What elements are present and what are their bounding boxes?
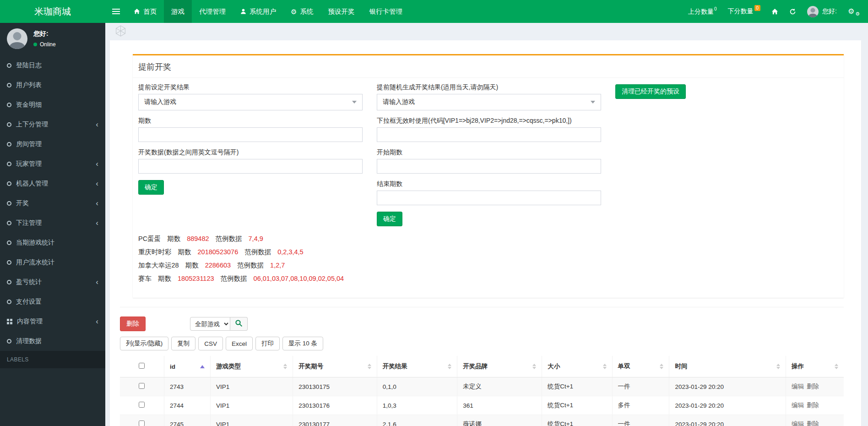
sidebar-item-current-game-stats[interactable]: 当期游戏统计 <box>0 233 105 252</box>
example-data-list: PC蛋蛋期数889482范例数据7,4,9 重庆时时彩期数20180523076… <box>138 234 838 284</box>
circle-icon <box>7 260 11 265</box>
avatar <box>807 6 819 17</box>
gear-icon: ⚙ <box>291 8 297 15</box>
sidebar-toggle-button[interactable] <box>105 0 126 23</box>
draw-data-input[interactable] <box>138 159 363 174</box>
brand-logo[interactable]: 米珈商城 <box>0 0 105 23</box>
grid-icon <box>7 319 12 324</box>
circle-icon <box>7 181 11 186</box>
sidebar-item-bet-management[interactable]: 下注管理‹ <box>0 213 105 233</box>
delete-link[interactable]: 删除 <box>807 402 819 409</box>
sort-icon <box>603 364 607 369</box>
sidebar-menu: 登陆日志 用户列表 资金明细 上下分管理‹ 房间管理 玩家管理‹ 机器人管理‹ … <box>0 55 105 351</box>
clear-drawn-presets-button[interactable]: 清理已经开奖的预设 <box>615 84 686 99</box>
column-header-result[interactable]: 开奖结果 <box>377 356 457 377</box>
row-checkbox[interactable] <box>139 421 145 426</box>
confirm-button-mid[interactable]: 确定 <box>377 212 402 226</box>
end-period-input[interactable] <box>377 191 601 205</box>
game-filter-select[interactable]: 全部游戏 <box>190 317 230 331</box>
sort-icon <box>776 364 780 369</box>
search-icon <box>235 319 243 329</box>
settings-button[interactable]: ⚙⚙ <box>848 8 859 15</box>
example-line: PC蛋蛋期数889482范例数据7,4,9 <box>138 234 838 244</box>
nav-item-system[interactable]: ⚙ 系统 <box>283 0 320 23</box>
online-status[interactable]: Online <box>33 41 56 48</box>
delete-link[interactable]: 删除 <box>807 421 819 426</box>
user-menu[interactable]: 您好: <box>807 6 837 17</box>
column-header-id[interactable]: id <box>164 356 210 377</box>
column-header-size[interactable]: 大小 <box>542 356 612 377</box>
excel-export-button[interactable]: Excel <box>226 337 253 350</box>
sidebar-item-user-list[interactable]: 用户列表 <box>0 75 105 95</box>
hamburger-icon <box>112 9 120 10</box>
game-select[interactable]: 请输入游戏 <box>138 94 363 110</box>
sidebar-item-clean-data[interactable]: 清理数据 <box>0 331 105 351</box>
sidebar-item-content-management[interactable]: 内容管理‹ <box>0 311 105 331</box>
nav-item-system-users[interactable]: 系统用户 <box>233 0 283 23</box>
chevron-left-icon: ‹ <box>96 122 98 127</box>
print-button[interactable]: 打印 <box>255 337 280 350</box>
sidebar-item-login-logs[interactable]: 登陆日志 <box>0 55 105 75</box>
sidebar-item-score-management[interactable]: 上下分管理‹ <box>0 115 105 134</box>
sidebar-item-funds-detail[interactable]: 资金明细 <box>0 95 105 115</box>
home-shortcut-button[interactable] <box>771 8 778 15</box>
copy-button[interactable]: 复制 <box>171 337 195 350</box>
down-score-counter[interactable]: 下分数量0 <box>728 7 761 16</box>
table-row: 2745 VIP1 230130177 2,1,6 薇诺娜 统货Ct+1 一件 … <box>120 415 844 426</box>
confirm-button-left[interactable]: 确定 <box>138 180 164 195</box>
delete-link[interactable]: 删除 <box>807 383 819 390</box>
column-header-game-type[interactable]: 游戏类型 <box>211 356 293 377</box>
content-area: 提前开奖 提前设定开奖结果 请输入游戏 <box>105 23 868 426</box>
start-period-input[interactable] <box>377 159 601 174</box>
chevron-down-icon <box>352 101 357 104</box>
gears-icon: ⚙ <box>848 7 854 15</box>
select-all-checkbox[interactable] <box>139 363 145 369</box>
nav-item-home[interactable]: 首页 <box>126 0 164 23</box>
column-header-time[interactable]: 时间 <box>669 356 786 377</box>
column-header-parity[interactable]: 单双 <box>612 356 669 377</box>
sidebar-item-draw[interactable]: 开奖‹ <box>0 193 105 213</box>
preset-draw-form: 提前设定开奖结果 请输入游戏 期数 <box>133 78 844 298</box>
circle-icon <box>7 221 11 225</box>
edit-link[interactable]: 编辑 <box>792 383 804 390</box>
game-code-input[interactable] <box>377 127 601 142</box>
random-game-select[interactable]: 请输入游戏 <box>377 94 601 110</box>
sidebar-item-robot-management[interactable]: 机器人管理‹ <box>0 174 105 193</box>
edit-link[interactable]: 编辑 <box>792 421 804 426</box>
table-row: 2744 VIP1 230130176 1,0,3 361 统货Ct+1 多件 … <box>120 396 844 415</box>
refresh-button[interactable] <box>789 8 796 15</box>
toggle-columns-button[interactable]: 列(显示/隐藏) <box>120 337 168 350</box>
example-line: 赛车期数1805231123范例数据06,01,03,07,08,10,09,0… <box>138 273 838 284</box>
sidebar-item-player-management[interactable]: 玩家管理‹ <box>0 154 105 174</box>
up-score-counter[interactable]: 上分数量0 <box>688 7 717 16</box>
sidebar-item-payment-settings[interactable]: 支付设置 <box>0 292 105 311</box>
nav-item-agent-management[interactable]: 代理管理 <box>192 0 233 23</box>
column-header-period[interactable]: 开奖期号 <box>293 356 377 377</box>
edit-link[interactable]: 编辑 <box>792 402 804 409</box>
sidebar-item-profit-loss-stats[interactable]: 盈亏统计‹ <box>0 272 105 292</box>
sidebar-user-panel: 您好: Online <box>0 23 105 55</box>
table-actions-toolbar: 列(显示/隐藏) 复制 CSV Excel 打印 显示 10 条 <box>120 337 844 350</box>
column-header-brand[interactable]: 开奖品牌 <box>457 356 542 377</box>
column-header-actions[interactable]: 操作 <box>786 356 844 377</box>
circle-icon <box>7 103 11 107</box>
preset-draw-box: 提前开奖 提前设定开奖结果 请输入游戏 <box>133 54 844 298</box>
sort-icon <box>283 364 287 369</box>
circle-icon <box>7 280 11 284</box>
nav-item-preset-draw[interactable]: 预设开奖 <box>320 0 362 23</box>
table-toolbar: 删除 全部游戏 <box>120 317 844 331</box>
row-checkbox[interactable] <box>139 402 145 408</box>
sidebar-item-user-flow-stats[interactable]: 用户流水统计 <box>0 252 105 272</box>
random-result-label: 提前随机生成开奖结果(适用当天,请勿隔天) <box>377 83 601 92</box>
nav-item-bankcard-management[interactable]: 银行卡管理 <box>362 0 410 23</box>
period-input[interactable] <box>138 127 363 142</box>
delete-selected-button[interactable]: 删除 <box>120 317 146 331</box>
nav-item-games[interactable]: 游戏 <box>164 0 192 23</box>
row-checkbox[interactable] <box>139 383 145 389</box>
search-button[interactable] <box>230 317 248 331</box>
sidebar-item-room-management[interactable]: 房间管理 <box>0 134 105 154</box>
circle-icon <box>7 83 11 87</box>
page-size-button[interactable]: 显示 10 条 <box>282 337 323 350</box>
csv-export-button[interactable]: CSV <box>198 337 223 350</box>
content-topstrip <box>105 23 868 40</box>
